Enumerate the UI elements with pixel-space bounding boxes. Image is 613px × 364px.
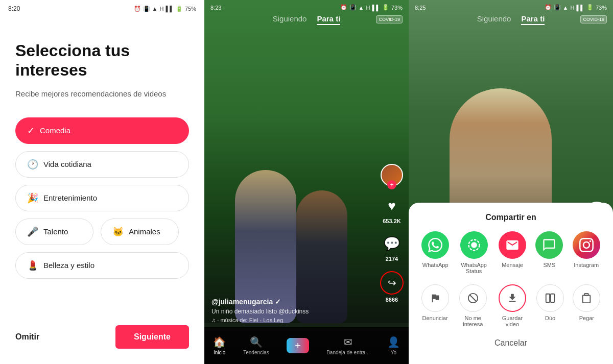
nav-tendencias-2[interactable]: 🔍 Tendencias — [243, 336, 269, 355]
no-interesa-icon — [459, 284, 487, 312]
denunciar-label: Denunciar — [422, 315, 448, 321]
no-interesa-label: No me interesa — [458, 315, 488, 327]
instagram-icon — [573, 231, 600, 259]
avatar-2[interactable]: + — [381, 164, 403, 186]
lipstick-icon: 💄 — [27, 260, 38, 271]
cat-icon: 🐱 — [112, 226, 124, 237]
plus-btn[interactable]: + — [287, 338, 309, 353]
like-count-2: 653.2K — [383, 218, 400, 224]
interest-label-comedia: Comedia — [40, 126, 70, 135]
battery-icon: 🔋 — [176, 6, 183, 12]
like-action-2[interactable]: ♥ 653.2K — [382, 196, 402, 224]
video-music-2: ♫ · música de: Fiel - Los Leg — [211, 317, 373, 323]
panel-tiktok-video: 8:23 ⏰ 📳 ▲ H ▌▌ 🔋 73% Siguiendo Para ti … — [204, 0, 409, 364]
svg-rect-7 — [583, 296, 591, 303]
mensaje-label: Mensaje — [502, 262, 523, 268]
video-info-2: @juliamenugarcia ✓ Un niño demasiado lis… — [211, 298, 373, 323]
comment-action-2[interactable]: 💬 2174 — [382, 233, 402, 262]
battery3-icon: 🔋 — [586, 4, 594, 11]
status-time-3: 8:25 — [415, 5, 426, 11]
covid-badge-2: COVID-19 — [376, 15, 403, 23]
share-app-whatsapp-status[interactable]: WhatsApp Status — [459, 231, 489, 274]
signal3-bars-icon: ▌▌ — [576, 5, 584, 11]
search-nav-icon: 🔍 — [250, 336, 263, 348]
vibrate3-icon: 📳 — [554, 4, 561, 11]
nav-yo-2[interactable]: 👤 Yo — [387, 336, 400, 355]
follow-plus-2[interactable]: + — [387, 180, 396, 189]
nav-yo-label: Yo — [391, 350, 396, 355]
status-icons-2: ⏰ 📳 ▲ H ▌▌ 🔋 73% — [340, 4, 403, 11]
share-icon: ↪ — [388, 277, 396, 289]
denunciar-icon — [421, 284, 449, 312]
share-action-2[interactable]: ↪ 8666 — [380, 271, 404, 303]
share-action-denunciar[interactable]: Denunciar — [421, 284, 449, 327]
status-bar-2: 8:23 ⏰ 📳 ▲ H ▌▌ 🔋 73% — [204, 0, 409, 15]
share-app-whatsapp[interactable]: WhatsApp — [421, 231, 449, 274]
panel-share-sheet: 8:25 ⏰ 📳 ▲ H ▌▌ 🔋 73% Siguiendo Para ti … — [409, 0, 613, 364]
nav-bandeja-label: Bandeja de entra... — [326, 350, 370, 355]
instagram-label: Instagram — [574, 262, 599, 268]
wifi2-icon: ▲ — [359, 5, 364, 11]
heart-icon: ♥ — [382, 196, 402, 216]
status-icons-1: ⏰ 📳 ▲ H ▌▌ 🔋 75% — [134, 6, 196, 12]
mic-icon: 🎤 — [27, 226, 38, 237]
whatsapp-status-icon — [460, 231, 488, 259]
checkmark-icon: ✓ — [27, 125, 35, 136]
duo-icon — [536, 284, 564, 312]
signal-bars-icon: ▌▌ — [166, 6, 174, 12]
status-icons-3: ⏰ 📳 ▲ H ▌▌ 🔋 73% — [545, 4, 607, 11]
share-circle-button[interactable]: ↪ — [380, 271, 404, 295]
tab-para-ti-3[interactable]: Para ti — [521, 14, 545, 25]
svg-point-0 — [471, 242, 477, 248]
interest-label-vida: Vida cotidiana — [43, 160, 91, 168]
signal2-icon: H — [366, 5, 370, 11]
interest-btn-belleza[interactable]: 💄 Belleza y estilo — [15, 252, 189, 279]
signal3-icon: H — [570, 5, 574, 11]
mensaje-icon — [499, 231, 526, 259]
alarm3-icon: ⏰ — [545, 4, 552, 11]
share-count-2: 8666 — [386, 297, 398, 303]
interest-btn-animales[interactable]: 🐱 Animales — [101, 219, 179, 245]
page-title: Selecciona tus intereses — [15, 41, 189, 80]
omitir-button[interactable]: Omitir — [15, 332, 39, 342]
nav-inicio-2[interactable]: 🏠 Inicio — [213, 336, 226, 355]
nav-bandeja-2[interactable]: ✉ Bandeja de entra... — [326, 336, 370, 355]
siguiente-button[interactable]: Siguiente — [115, 325, 189, 349]
signal-icon: H — [159, 6, 163, 12]
battery-pct: 75% — [185, 6, 196, 12]
share-action-no-interesa[interactable]: No me interesa — [458, 284, 488, 327]
interest-btn-vida[interactable]: 🕐 Vida cotidiana — [15, 151, 189, 178]
interest-label-entretenimiento: Entretenimiento — [43, 193, 97, 202]
tab-para-ti-2[interactable]: Para ti — [317, 14, 340, 25]
wifi-icon: ▲ — [152, 6, 158, 12]
tab-siguiendo-2[interactable]: Siguiendo — [273, 14, 307, 25]
whatsapp-label: WhatsApp — [422, 262, 449, 268]
interest-row-4: 💄 Belleza y estilo — [15, 252, 189, 279]
share-apps-row: WhatsApp WhatsApp Status Mensaje — [417, 231, 605, 274]
share-app-mensaje[interactable]: Mensaje — [499, 231, 526, 274]
pegar-icon — [573, 284, 600, 312]
interest-label-belleza: Belleza y estilo — [43, 261, 95, 270]
interest-btn-entretenimiento[interactable]: 🎉 Entretenimiento — [15, 185, 189, 211]
share-app-sms[interactable]: SMS — [535, 231, 563, 274]
pegar-label: Pegar — [579, 315, 594, 321]
share-action-pegar[interactable]: Pegar — [573, 284, 600, 327]
vibrate-icon: 📳 — [143, 6, 150, 12]
share-action-guardar[interactable]: Guardar video — [497, 284, 528, 327]
interest-btn-comedia[interactable]: ✓ Comedia — [15, 117, 189, 144]
whatsapp-icon — [421, 231, 449, 259]
clock-icon: 🕐 — [27, 159, 38, 170]
interest-row-2: 🎉 Entretenimiento — [15, 185, 189, 211]
nav-plus-2[interactable]: + — [287, 338, 309, 353]
tab-siguiendo-3[interactable]: Siguiendo — [477, 14, 511, 25]
status-time-1: 8:20 — [8, 5, 20, 12]
battery2-icon: 🔋 — [382, 4, 389, 11]
share-action-duo[interactable]: Dúo — [536, 284, 564, 327]
share-app-instagram[interactable]: Instagram — [573, 231, 600, 274]
svg-rect-5 — [551, 294, 554, 303]
comment-count-2: 2174 — [386, 256, 398, 262]
sms-label: SMS — [543, 262, 555, 268]
interest-btn-talento[interactable]: 🎤 Talento — [15, 219, 93, 245]
cancelar-button[interactable]: Cancelar — [417, 332, 605, 354]
right-actions-2: + ♥ 653.2K 💬 2174 ↪ 8666 — [380, 164, 404, 303]
